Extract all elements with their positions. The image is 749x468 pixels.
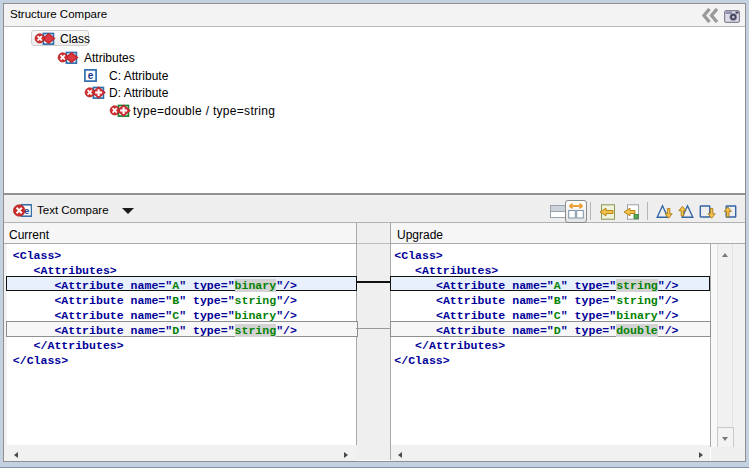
svg-text:e: e — [88, 70, 94, 81]
